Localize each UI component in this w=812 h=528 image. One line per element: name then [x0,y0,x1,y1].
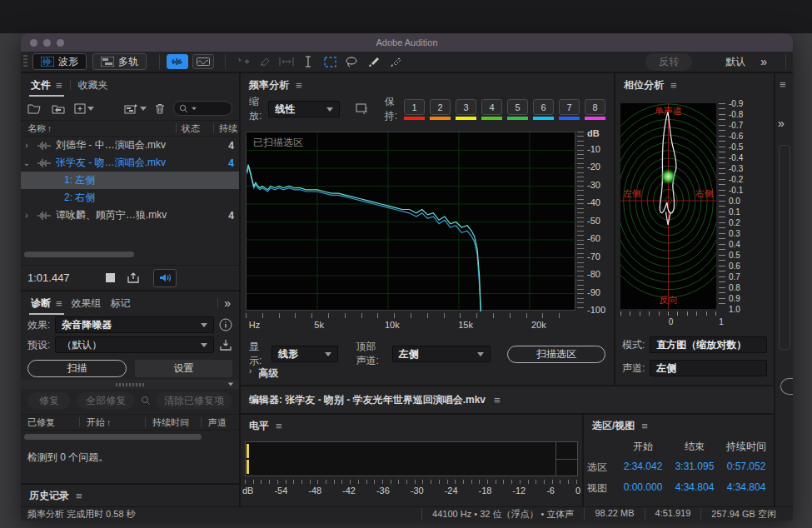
display-dropdown[interactable]: 线形 [271,346,338,362]
chevron-down-icon[interactable]: ⌄ [21,158,32,167]
waveform-view-button[interactable]: 波形 [32,53,87,70]
open-file-icon[interactable] [27,103,42,114]
panel-menu-icon[interactable] [76,490,82,502]
toolbar-grip[interactable] [23,55,27,68]
waveform-display-toggle[interactable] [167,54,188,69]
column-0[interactable]: 已修复 [21,416,79,429]
scan-selection-button[interactable]: 扫描选区 [507,346,605,363]
advanced-disclosure[interactable]: ›高级 [249,366,278,381]
preset-dropdown[interactable]: （默认） [55,336,214,353]
trash-icon[interactable] [155,103,165,114]
repair-all-button[interactable]: 全部修复 [77,392,135,409]
move-tool-icon[interactable] [233,53,253,70]
panel-splitter[interactable] [21,380,239,389]
frequency-plot[interactable]: 已扫描选区 [246,132,575,311]
column-status[interactable]: 状态 [177,122,213,135]
file-row[interactable]: 1: 左侧 [21,172,239,189]
panel-menu-icon[interactable] [670,79,677,92]
scale-dropdown[interactable]: 线性 [268,101,340,117]
workspace-selector[interactable]: 默认 [725,55,745,69]
panel-menu-icon[interactable] [296,79,302,92]
collapsed-panel-frame[interactable] [779,145,790,350]
column-name[interactable]: 名称 [21,122,176,135]
file-row[interactable]: ›谭咏麟、顾芮宁…狼.mkv4 [21,207,239,224]
scanned-selection-label: 已扫描选区 [253,136,303,150]
lasso-tool-icon[interactable] [341,53,361,70]
phase-x-tick-label: 1 [719,317,724,326]
files-horizontal-scrollbar[interactable] [22,251,237,258]
hold-button-1[interactable]: 1 [404,99,425,120]
selection-time-value[interactable]: 0:00.000 [617,481,669,496]
panel-menu-icon[interactable] [780,78,786,91]
panel-menu-icon[interactable] [56,79,62,92]
scan-button[interactable]: 扫描 [27,360,127,377]
file-row[interactable]: ⌄张学友 - 吻…演唱会.mkv4 [21,154,239,172]
diagnostics-horizontal-scrollbar[interactable] [22,433,237,441]
clear-repaired-button[interactable]: 清除已修复项 [156,392,232,409]
mode-dropdown[interactable]: 直方图（缩放对数） [650,336,767,353]
selection-time-value[interactable]: 0:57.052 [720,461,772,475]
clipped-button[interactable] [780,378,793,395]
razor-tool-icon[interactable] [255,53,275,70]
file-row[interactable]: 2: 右侧 [21,189,239,207]
import-file-icon[interactable] [51,103,66,114]
tab-diagnostics[interactable]: 诊断 [29,292,64,315]
selection-time-value[interactable]: 4:34.804 [669,481,720,496]
hold-button-3[interactable]: 3 [456,99,476,120]
chevron-right-icon[interactable]: › [21,141,32,150]
workspace-overflow-chevron-icon[interactable] [760,55,767,68]
phase-display[interactable]: 单声道 左侧 右侧 反向 [620,103,716,309]
export-icon[interactable] [127,271,142,284]
selection-time-value[interactable]: 4:34.804 [720,481,772,496]
hold-button-6[interactable]: 6 [533,99,554,120]
hold-button-5[interactable]: 5 [507,99,528,120]
selection-time-value[interactable]: 3:31.095 [669,461,720,475]
new-file-icon[interactable] [74,103,94,114]
column-duration[interactable]: 持续 [214,122,239,135]
tab-favorites[interactable]: 收藏夹 [77,74,110,97]
panel-menu-icon[interactable] [56,297,62,310]
series-左侧 [247,165,481,311]
ibeam-tool-icon[interactable] [298,53,318,70]
spot-heal-tool-icon[interactable] [385,53,405,70]
expand-panel-chevron-icon[interactable] [778,117,785,130]
panel-menu-icon[interactable] [276,420,282,432]
effect-dropdown[interactable]: 杂音降噪器 [55,316,214,333]
hold-button-7[interactable]: 7 [559,99,580,120]
panel-overflow-chevron-icon[interactable] [224,296,231,310]
top-channel-dropdown[interactable]: 左侧 [392,346,491,362]
hold-button-2[interactable]: 2 [430,99,451,120]
insert-into-multitrack-icon[interactable] [124,103,147,114]
brush-tool-icon[interactable] [363,53,383,70]
marquee-select-icon[interactable] [356,103,369,115]
hold-button-4[interactable]: 4 [481,99,502,120]
slip-tool-icon[interactable] [276,53,296,70]
multitrack-view-button[interactable]: 多轨 [92,53,147,70]
repair-button[interactable]: 修复 [27,392,71,409]
save-preset-icon[interactable] [219,339,232,351]
panel-menu-icon[interactable] [641,420,648,432]
stop-button[interactable] [106,273,115,282]
tab-markers[interactable]: 标记 [109,292,132,315]
column-3[interactable]: 声道 [202,416,238,429]
column-1[interactable]: 开始 [80,416,145,429]
info-icon[interactable] [219,318,232,331]
column-2[interactable]: 持续时间 [146,416,201,429]
auto-play-toggle[interactable] [153,269,177,287]
settings-button[interactable]: 设置 [135,360,232,377]
tab-effects-rack[interactable]: 效果组 [70,292,103,315]
hold-button-8[interactable]: 8 [585,99,605,120]
selection-time-value[interactable]: 2:34.042 [617,461,669,475]
channel-dropdown[interactable]: 左侧 [650,360,767,376]
spectral-display-toggle[interactable] [192,54,214,69]
file-row[interactable]: ›刘德华 - 中…演唱会.mkv4 [21,137,239,154]
chevron-right-icon[interactable]: › [21,211,32,220]
tab-files[interactable]: 文件 [29,74,64,97]
invert-button[interactable]: 反转 [645,53,692,71]
selection-grid: 开始结束持续时间选区2:34.0423:31.0950:57.052视图0:00… [587,440,772,496]
search-input[interactable] [173,101,232,116]
files-transport: 1:01.447 [21,265,239,290]
marquee-tool-icon[interactable] [320,53,340,70]
panel-menu-icon[interactable] [494,394,501,406]
level-scale-label: -6 [546,486,555,496]
